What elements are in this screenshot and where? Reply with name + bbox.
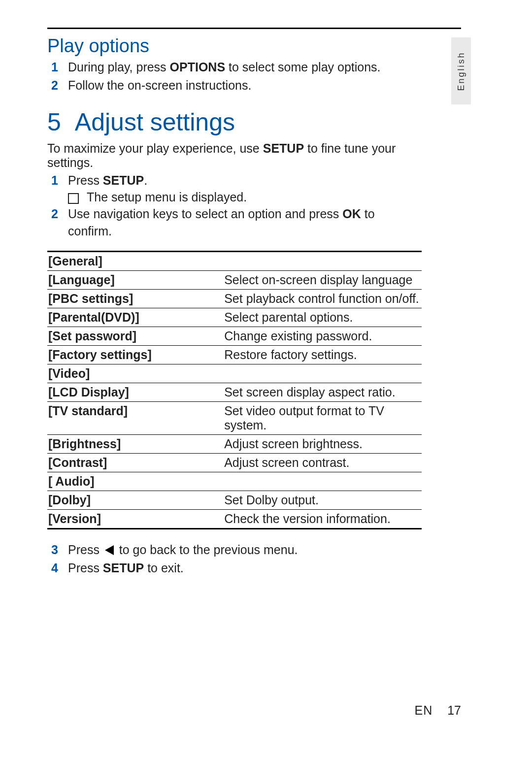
list-item: 4 Press SETUP to exit. bbox=[47, 560, 422, 577]
step-number: 2 bbox=[47, 205, 58, 223]
sub-bullet-text: The setup menu is displayed. bbox=[87, 190, 247, 204]
setting-name: [LCD Display] bbox=[47, 383, 223, 402]
text-bold: OPTIONS bbox=[170, 60, 226, 74]
language-tab: English bbox=[451, 37, 471, 104]
table-row: [Factory settings]Restore factory settin… bbox=[47, 346, 422, 364]
list-item: 2 Follow the on-screen instructions. bbox=[47, 77, 422, 94]
text-fragment: To maximize your play experience, use bbox=[47, 141, 263, 155]
text-bold: SETUP bbox=[103, 173, 144, 187]
language-tab-label: English bbox=[456, 51, 466, 91]
text-fragment: to go back to the previous menu. bbox=[116, 543, 298, 557]
setting-description: Restore factory settings. bbox=[223, 346, 422, 364]
setting-description: Check the version information. bbox=[223, 510, 422, 529]
section-heading-play-options: Play options bbox=[47, 35, 422, 57]
step-text: Press to go back to the previous menu. bbox=[68, 541, 422, 559]
setting-description: Select parental options. bbox=[223, 308, 422, 327]
list-item: 3 Press to go back to the previous menu. bbox=[47, 541, 422, 559]
setting-description: Change existing password. bbox=[223, 327, 422, 346]
setting-name: [Version] bbox=[47, 510, 223, 529]
chapter-number: 5 bbox=[47, 108, 61, 136]
setting-description bbox=[223, 364, 422, 383]
setup-steps-1-2: 1 Press SETUP. The setup menu is display… bbox=[47, 172, 422, 240]
table-row: [Contrast]Adjust screen contrast. bbox=[47, 454, 422, 472]
table-row: [ Audio] bbox=[47, 472, 422, 491]
step-text: Use navigation keys to select an option … bbox=[68, 205, 422, 240]
chapter-heading-row: 5 Adjust settings bbox=[47, 108, 422, 136]
setting-name: [Factory settings] bbox=[47, 346, 223, 364]
step-number: 4 bbox=[47, 560, 58, 577]
setting-description bbox=[223, 252, 422, 271]
step-number: 2 bbox=[47, 77, 58, 94]
table-row: [Dolby]Set Dolby output. bbox=[47, 491, 422, 510]
text-bold: SETUP bbox=[263, 141, 304, 155]
setting-description: Set Dolby output. bbox=[223, 491, 422, 510]
table-row: [TV standard]Set video output format to … bbox=[47, 402, 422, 435]
table-row: [Version]Check the version information. bbox=[47, 510, 422, 529]
setting-description: Set playback control function on/off. bbox=[223, 290, 422, 308]
sub-bullet: The setup menu is displayed. bbox=[68, 190, 422, 204]
setting-name: [Parental(DVD)] bbox=[47, 308, 223, 327]
step-text: Press SETUP. bbox=[68, 172, 422, 189]
text-fragment: . bbox=[144, 173, 147, 187]
footer-page-number: 17 bbox=[447, 703, 461, 718]
text-bold: OK bbox=[342, 207, 361, 221]
setting-name: [General] bbox=[47, 252, 223, 271]
setting-description: Adjust screen contrast. bbox=[223, 454, 422, 472]
table-row: [LCD Display]Set screen display aspect r… bbox=[47, 383, 422, 402]
setting-name: [TV standard] bbox=[47, 402, 223, 435]
settings-table: [General][Language]Select on-screen disp… bbox=[47, 251, 422, 529]
table-row: [Brightness]Adjust screen brightness. bbox=[47, 435, 422, 454]
list-item: 2 Use navigation keys to select an optio… bbox=[47, 205, 422, 240]
setting-description: Select on-screen display language bbox=[223, 271, 422, 290]
page-footer: EN 17 bbox=[414, 703, 461, 718]
top-rule bbox=[47, 28, 461, 29]
table-row: [Parental(DVD)]Select parental options. bbox=[47, 308, 422, 327]
text-bold: SETUP bbox=[103, 561, 144, 575]
list-item: 1 Press SETUP. bbox=[47, 172, 422, 189]
text-fragment: Press bbox=[68, 543, 103, 557]
left-triangle-icon bbox=[105, 545, 114, 555]
table-row: [Language]Select on-screen display langu… bbox=[47, 271, 422, 290]
setting-name: [Video] bbox=[47, 364, 223, 383]
text-fragment: to select some play options. bbox=[225, 60, 380, 74]
setting-name: [Language] bbox=[47, 271, 223, 290]
setting-description: Set video output format to TV system. bbox=[223, 402, 422, 435]
table-row: [General] bbox=[47, 252, 422, 271]
setup-steps-3-4: 3 Press to go back to the previous menu.… bbox=[47, 541, 422, 577]
chapter-intro: To maximize your play experience, use SE… bbox=[47, 141, 422, 170]
setting-name: [ Audio] bbox=[47, 472, 223, 491]
text-fragment: Press bbox=[68, 561, 103, 575]
setting-name: [Brightness] bbox=[47, 435, 223, 454]
setting-description: Adjust screen brightness. bbox=[223, 435, 422, 454]
step-number: 3 bbox=[47, 541, 58, 559]
step-text: Press SETUP to exit. bbox=[68, 560, 422, 577]
text-fragment: Press bbox=[68, 173, 103, 187]
text-fragment: to exit. bbox=[144, 561, 184, 575]
footer-lang: EN bbox=[414, 703, 432, 718]
checkbox-bullet-icon bbox=[68, 193, 79, 204]
play-options-steps: 1 During play, press OPTIONS to select s… bbox=[47, 59, 422, 94]
page-content: Play options 1 During play, press OPTION… bbox=[47, 32, 422, 578]
text-fragment: Follow the on-screen instructions. bbox=[68, 78, 251, 92]
step-number: 1 bbox=[47, 172, 58, 189]
step-number: 1 bbox=[47, 59, 58, 76]
text-fragment: Use navigation keys to select an option … bbox=[68, 207, 342, 221]
table-row: [Video] bbox=[47, 364, 422, 383]
table-row: [Set password]Change existing password. bbox=[47, 327, 422, 346]
table-row: [PBC settings]Set playback control funct… bbox=[47, 290, 422, 308]
setting-description: Set screen display aspect ratio. bbox=[223, 383, 422, 402]
list-item: 1 During play, press OPTIONS to select s… bbox=[47, 59, 422, 76]
setting-name: [PBC settings] bbox=[47, 290, 223, 308]
text-fragment: During play, press bbox=[68, 60, 170, 74]
setting-name: [Dolby] bbox=[47, 491, 223, 510]
setting-name: [Set password] bbox=[47, 327, 223, 346]
chapter-title: Adjust settings bbox=[75, 108, 235, 136]
step-text: Follow the on-screen instructions. bbox=[68, 77, 422, 94]
setting-name: [Contrast] bbox=[47, 454, 223, 472]
step-text: During play, press OPTIONS to select som… bbox=[68, 59, 422, 76]
setting-description bbox=[223, 472, 422, 491]
